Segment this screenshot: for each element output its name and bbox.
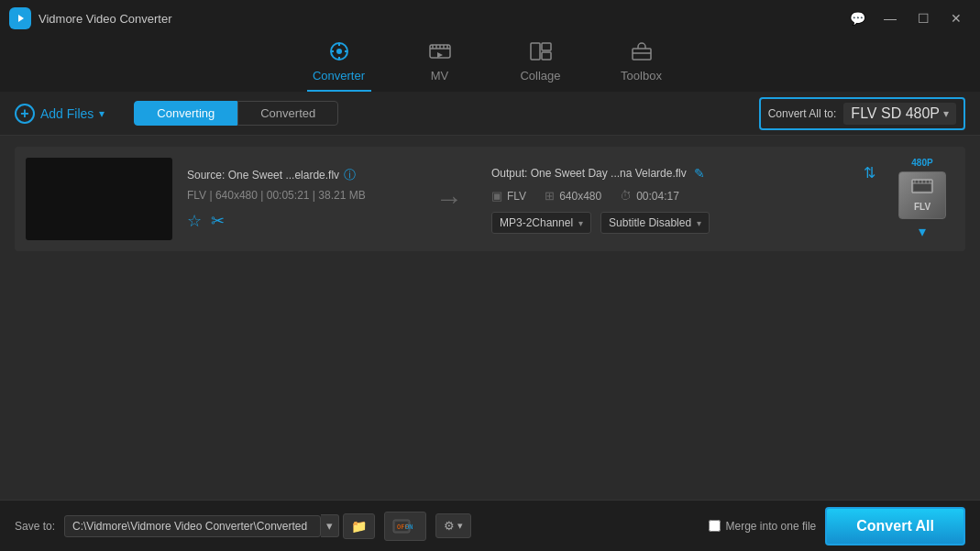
subtitle-dropdown[interactable]: Subtitle Disabled ▾ <box>600 212 710 234</box>
format-badge-text: FLV <box>914 202 930 212</box>
add-files-button[interactable]: + Add Files ▾ <box>15 104 105 124</box>
close-button[interactable]: ✕ <box>941 7 971 29</box>
output-duration-detail: ⏱ 00:04:17 <box>620 189 679 203</box>
video-thumbnail <box>26 158 172 240</box>
file-resolution: 640x480 <box>215 189 258 202</box>
audio-channel-arrow: ▾ <box>578 218 583 228</box>
file-info: Source: One Sweet ...elarde.flv ⓘ FLV | … <box>187 167 407 231</box>
audio-channel-dropdown[interactable]: MP3-2Channel ▾ <box>491 212 591 234</box>
toolbox-icon <box>630 41 654 65</box>
tab-converter-label: Converter <box>313 69 365 83</box>
merge-checkbox[interactable] <box>709 520 721 532</box>
badge-dropdown-arrow[interactable]: ▾ <box>919 223 926 240</box>
svg-rect-19 <box>633 49 651 60</box>
file-duration: 00:05:21 <box>267 189 310 202</box>
output-duration-value: 00:04:17 <box>636 190 679 203</box>
output-filename: Output: One Sweet Day ...na Velarde.flv <box>491 167 687 180</box>
output-details: ▣ FLV ⊞ 640x480 ⏱ 00:04:17 <box>491 189 875 203</box>
file-format: FLV <box>187 189 206 202</box>
converting-tabs: Converting Converted <box>134 101 338 126</box>
scissors-icon[interactable]: ✂ <box>211 211 225 231</box>
svg-marker-15 <box>437 52 443 58</box>
info-icon[interactable]: ⓘ <box>344 167 356 183</box>
convert-all-to-label: Convert All to: <box>768 107 837 120</box>
file-actions: ☆ ✂ <box>187 211 407 231</box>
film-icon: ▣ <box>491 189 502 203</box>
settings-icon: ⚙ <box>444 519 455 533</box>
main-content: Source: One Sweet ...elarde.flv ⓘ FLV | … <box>0 136 980 262</box>
save-to-label: Save to: <box>15 520 55 533</box>
save-path-display[interactable]: C:\Vidmore\Vidmore Video Converter\Conve… <box>64 515 321 537</box>
tab-collage[interactable]: Collage <box>509 41 573 92</box>
source-filename: Source: One Sweet ...elarde.flv <box>187 169 339 182</box>
nav-tabs-center: Converter MV <box>307 37 674 92</box>
add-files-icon: + <box>15 104 35 124</box>
convert-all-to-container: Convert All to: FLV SD 480P ▾ <box>759 97 965 130</box>
resolution-badge: 480P <box>911 158 932 168</box>
tab-mv-label: MV <box>431 69 449 83</box>
convert-all-button[interactable]: Convert All <box>825 507 965 545</box>
subtitle-value: Subtitle Disabled <box>609 216 691 229</box>
save-path-dropdown-button[interactable]: ▾ <box>321 514 339 537</box>
tab-converter[interactable]: Converter <box>307 41 371 92</box>
file-size: 38.21 MB <box>318 189 365 202</box>
svg-point-3 <box>336 49 342 54</box>
svg-rect-16 <box>531 43 540 60</box>
output-header: Output: One Sweet Day ...na Velarde.flv … <box>491 164 875 182</box>
merge-checkbox-group: Merge into one file <box>709 520 817 533</box>
svg-rect-17 <box>542 43 551 50</box>
app-logo <box>9 7 31 29</box>
save-path-group: C:\Vidmore\Vidmore Video Converter\Conve… <box>64 514 334 537</box>
add-files-dropdown-arrow[interactable]: ▾ <box>99 107 105 120</box>
tab-collage-label: Collage <box>520 69 560 83</box>
output-format-detail: ▣ FLV <box>491 189 526 203</box>
dimensions-icon: ⊞ <box>545 189 555 203</box>
arrow-area: → <box>422 183 477 215</box>
format-badge-icon <box>911 179 933 202</box>
audio-channel-value: MP3-2Channel <box>500 216 573 229</box>
format-dropdown-arrow: ▾ <box>943 107 949 120</box>
format-badge: FLV <box>898 171 946 219</box>
bottom-bar: Save to: C:\Vidmore\Vidmore Video Conver… <box>0 500 980 551</box>
star-icon[interactable]: ☆ <box>187 211 202 231</box>
converter-icon <box>327 41 351 65</box>
output-resolution-detail: ⊞ 640x480 <box>545 189 601 203</box>
output-controls: MP3-2Channel ▾ Subtitle Disabled ▾ <box>491 212 875 234</box>
output-area: Output: One Sweet Day ...na Velarde.flv … <box>491 164 875 234</box>
file-meta: FLV | 640x480 | 00:05:21 | 38.21 MB <box>187 189 407 202</box>
merge-label: Merge into one file <box>726 520 817 533</box>
title-bar-left: Vidmore Video Converter <box>9 7 172 29</box>
swap-icon[interactable]: ⇅ <box>864 164 875 182</box>
tab-toolbox-label: Toolbox <box>621 69 662 83</box>
hardware-accel-button[interactable]: OFF ON <box>384 512 426 541</box>
tab-mv[interactable]: MV <box>408 41 472 92</box>
title-bar-controls: 💬 — ☐ ✕ <box>842 7 971 29</box>
converted-tab[interactable]: Converted <box>237 101 338 126</box>
tab-toolbox[interactable]: Toolbox <box>610 41 674 92</box>
settings-dropdown-arrow: ▾ <box>457 520 463 532</box>
open-folder-button[interactable]: 📁 <box>343 513 375 539</box>
format-badge-area: 480P FLV ▾ <box>890 158 954 240</box>
minimize-button[interactable]: — <box>875 7 905 29</box>
maximize-button[interactable]: ☐ <box>908 7 938 29</box>
convert-arrow-icon: → <box>435 183 463 215</box>
toolbar: + Add Files ▾ Converting Converted Conve… <box>0 92 980 136</box>
add-files-label: Add Files <box>40 106 94 121</box>
output-format-value: FLV <box>507 190 526 203</box>
source-label-container: Source: One Sweet ...elarde.flv ⓘ <box>187 167 407 183</box>
settings-button[interactable]: ⚙ ▾ <box>435 513 471 538</box>
svg-rect-18 <box>542 52 551 60</box>
format-dropdown[interactable]: FLV SD 480P ▾ <box>843 103 956 125</box>
subtitle-arrow: ▾ <box>697 218 701 228</box>
title-bar: Vidmore Video Converter 💬 — ☐ ✕ <box>0 0 980 37</box>
app-title: Vidmore Video Converter <box>39 12 172 26</box>
edit-pencil-icon[interactable]: ✎ <box>694 166 705 181</box>
collage-icon <box>529 41 553 65</box>
converting-tab[interactable]: Converting <box>134 101 237 126</box>
mv-icon <box>428 41 452 65</box>
chat-button[interactable]: 💬 <box>842 7 872 29</box>
output-resolution-value: 640x480 <box>559 190 601 203</box>
clock-icon: ⏱ <box>620 189 632 203</box>
nav-tabs: Converter MV <box>0 37 980 92</box>
file-row: Source: One Sweet ...elarde.flv ⓘ FLV | … <box>15 147 965 251</box>
